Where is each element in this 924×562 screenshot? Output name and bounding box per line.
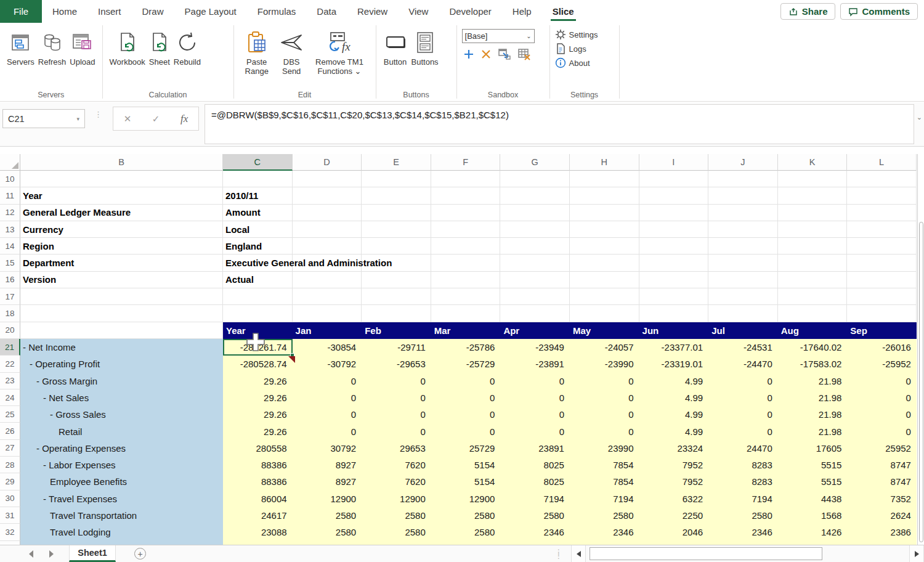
column-header-C[interactable]: C bbox=[223, 154, 293, 171]
cell-L27[interactable]: 25952 bbox=[847, 440, 917, 457]
month-header-mar[interactable]: Mar bbox=[431, 322, 501, 339]
cell-E14[interactable] bbox=[362, 238, 431, 255]
cell-I23[interactable]: 4.99 bbox=[639, 373, 709, 389]
new-sheet-button[interactable]: + bbox=[134, 548, 146, 560]
cell-H23[interactable]: 0 bbox=[570, 373, 639, 389]
cell-I18[interactable] bbox=[639, 305, 709, 322]
cell-F21[interactable]: -25786 bbox=[431, 339, 501, 356]
cell-K23[interactable]: 21.98 bbox=[778, 373, 848, 389]
row-header-14[interactable]: 14 bbox=[0, 238, 20, 255]
cell-E31[interactable]: 2580 bbox=[362, 507, 431, 524]
row-header-22[interactable]: 22 bbox=[0, 356, 20, 372]
cell-I13[interactable] bbox=[639, 221, 709, 238]
cell-H29[interactable]: 7854 bbox=[570, 473, 639, 490]
vertical-scrollbar[interactable] bbox=[917, 154, 924, 545]
cell-L10[interactable] bbox=[847, 171, 917, 187]
cell-F13[interactable] bbox=[431, 221, 501, 238]
cell-C31[interactable]: 24617 bbox=[223, 507, 293, 524]
cell-I32[interactable]: 2046 bbox=[639, 524, 709, 540]
cell-I24[interactable]: 4.99 bbox=[639, 389, 709, 406]
cell-H10[interactable] bbox=[570, 171, 639, 187]
cell-F23[interactable]: 0 bbox=[431, 373, 501, 389]
cell-G28[interactable]: 8025 bbox=[500, 457, 570, 473]
cell-D21[interactable]: -30854 bbox=[293, 339, 362, 356]
formula-bar-expand-icon[interactable]: ⌄ bbox=[917, 113, 922, 121]
tab-developer[interactable]: Developer bbox=[439, 0, 501, 23]
cell-F11[interactable] bbox=[431, 187, 501, 204]
cell-K21[interactable]: -17640.02 bbox=[778, 339, 848, 356]
cell-D12[interactable] bbox=[293, 205, 362, 221]
cell-J32[interactable]: 2346 bbox=[708, 524, 778, 540]
cell-H28[interactable]: 7854 bbox=[570, 457, 639, 473]
month-header-jan[interactable]: Jan bbox=[293, 322, 362, 339]
cell-E10[interactable] bbox=[362, 171, 431, 187]
sandbox-commit-icon[interactable] bbox=[498, 48, 511, 60]
cancel-button[interactable]: ✕ bbox=[124, 113, 132, 124]
row-header-18[interactable]: 18 bbox=[0, 305, 20, 322]
cell-H26[interactable]: 0 bbox=[570, 423, 639, 439]
cell-G22[interactable]: -23891 bbox=[500, 356, 570, 372]
month-header-may[interactable]: May bbox=[570, 322, 639, 339]
cell-F32[interactable]: 2580 bbox=[431, 524, 501, 540]
cell-B23[interactable]: - Gross Margin bbox=[20, 373, 223, 389]
cell-I10[interactable] bbox=[639, 171, 709, 187]
cell-G32[interactable]: 2346 bbox=[500, 524, 570, 540]
cell-C22[interactable]: -280528.74 bbox=[223, 356, 293, 372]
cell-B29[interactable]: Employee Benefits bbox=[20, 473, 223, 490]
cell-B31[interactable]: Travel Transportation bbox=[20, 507, 223, 524]
cell-C25[interactable]: 29.26 bbox=[223, 406, 293, 423]
cell-G17[interactable] bbox=[500, 288, 570, 305]
cell-E23[interactable]: 0 bbox=[362, 373, 431, 389]
cell-I21[interactable]: -23377.01 bbox=[639, 339, 709, 356]
cell-E11[interactable] bbox=[362, 187, 431, 204]
cell-L12[interactable] bbox=[847, 205, 917, 221]
tab-review[interactable]: Review bbox=[347, 0, 398, 23]
formula-input[interactable]: =@DBRW($B$9,$C$16,$C$11,C$20,$C$13,$C$14… bbox=[205, 104, 914, 144]
tab-formulas[interactable]: Formulas bbox=[247, 0, 307, 23]
cell-K10[interactable] bbox=[778, 171, 848, 187]
cell-J25[interactable]: 0 bbox=[708, 406, 778, 423]
cell-J16[interactable] bbox=[708, 272, 778, 288]
hscroll-right-button[interactable] bbox=[909, 545, 924, 562]
cell-K13[interactable] bbox=[778, 221, 848, 238]
cell-H22[interactable]: -23990 bbox=[570, 356, 639, 372]
cell-D13[interactable] bbox=[293, 221, 362, 238]
scrollbar-resize-handle[interactable]: ⋮⋮ bbox=[555, 550, 562, 558]
cell-I15[interactable] bbox=[639, 255, 709, 271]
cell-C29[interactable]: 88386 bbox=[223, 473, 293, 490]
cell-L24[interactable]: 0 bbox=[847, 389, 917, 406]
cell-G24[interactable]: 0 bbox=[500, 389, 570, 406]
row-header-26[interactable]: 26 bbox=[0, 423, 20, 439]
column-header-K[interactable]: K bbox=[778, 154, 848, 171]
cell-G10[interactable] bbox=[500, 171, 570, 187]
cell-F27[interactable]: 25729 bbox=[431, 440, 501, 457]
row-header-16[interactable]: 16 bbox=[0, 272, 20, 288]
cell-B14[interactable]: Region bbox=[20, 238, 223, 255]
cell-D17[interactable] bbox=[293, 288, 362, 305]
cell-I27[interactable]: 23324 bbox=[639, 440, 709, 457]
cell-D11[interactable] bbox=[293, 187, 362, 204]
cell-K28[interactable]: 5515 bbox=[778, 457, 848, 473]
cell-H30[interactable]: 7194 bbox=[570, 491, 639, 507]
cell-D10[interactable] bbox=[293, 171, 362, 187]
cell-H31[interactable]: 2580 bbox=[570, 507, 639, 524]
cell-J31[interactable]: 2580 bbox=[708, 507, 778, 524]
cell-B12[interactable]: General Ledger Measure bbox=[20, 205, 223, 221]
cell-B28[interactable]: - Labor Expenses bbox=[20, 457, 223, 473]
cell-L11[interactable] bbox=[847, 187, 917, 204]
cell-C10[interactable] bbox=[223, 171, 293, 187]
cell-G18[interactable] bbox=[500, 305, 570, 322]
cell-I31[interactable]: 2250 bbox=[639, 507, 709, 524]
next-sheet-arrow[interactable] bbox=[49, 550, 54, 558]
month-header-sep[interactable]: Sep bbox=[847, 322, 917, 339]
sandbox-create-icon[interactable] bbox=[463, 49, 474, 60]
upload-button[interactable]: Upload bbox=[68, 26, 97, 70]
cell-C12[interactable]: Amount bbox=[223, 205, 293, 221]
row-header-15[interactable]: 15 bbox=[0, 255, 20, 271]
month-header-aug[interactable]: Aug bbox=[778, 322, 848, 339]
cell-J14[interactable] bbox=[708, 238, 778, 255]
cell-F25[interactable]: 0 bbox=[431, 406, 501, 423]
cell-L29[interactable]: 8747 bbox=[847, 473, 917, 490]
cell-H15[interactable] bbox=[570, 255, 639, 271]
month-header-feb[interactable]: Feb bbox=[362, 322, 431, 339]
